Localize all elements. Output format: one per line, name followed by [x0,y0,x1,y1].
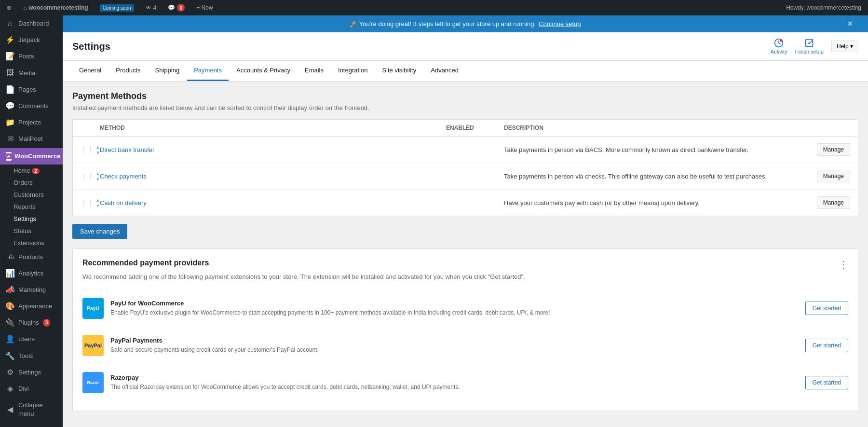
table-header: Method Enabled Description [73,120,858,137]
sidebar-label-products: Products [18,253,43,262]
more-options-icon[interactable]: ⋮ [839,259,848,270]
recommended-title: Recommended payment providers [82,259,209,267]
payment-methods-title: Payment Methods [72,91,858,101]
comment-icon: 💬 [168,4,175,11]
sidebar-sub-orders[interactable]: Orders [0,177,63,189]
products-icon: 🛍 [6,253,14,262]
drag-handle-direct-bank[interactable]: ⋮⋮ ▲ ▼ [81,144,100,155]
sidebar-item-marketing[interactable]: 📣 Marketing [0,282,63,298]
table-row: ⋮⋮ ▲ ▼ Check payments Take payments in p… [73,163,858,190]
svg-text:W: W [6,154,10,159]
method-name-check[interactable]: Check payments [100,173,446,180]
admin-bar-wp-icon[interactable]: ⊛ [4,0,14,15]
notice-link[interactable]: Continue setup [539,20,581,28]
tab-site-visibility[interactable]: Site visibility [375,61,423,81]
sidebar-item-collapse[interactable]: ◀ Collapse menu [0,397,63,422]
sidebar-item-products[interactable]: 🛍 Products [0,249,63,265]
sidebar-item-media[interactable]: 🖼 Media [0,65,63,82]
activity-button[interactable]: Activity [771,38,787,55]
admin-bar-new[interactable]: + New [193,0,216,15]
manage-button-cod[interactable]: Manage [817,196,850,209]
analytics-icon: 📊 [6,269,14,278]
paypal-info: PayPal Payments Safe and secure payments… [110,337,799,354]
tab-advanced[interactable]: Advanced [424,61,465,81]
sidebar-woo-section: W WooCommerce 2 Home 2 Orders Customers … [0,148,63,249]
admin-bar-coming-soon[interactable]: Coming soon [97,0,137,15]
manage-button-check[interactable]: Manage [817,170,850,182]
tab-emails[interactable]: Emails [298,61,330,81]
sidebar-item-divi[interactable]: ◈ Divi [0,381,63,397]
sidebar-item-analytics[interactable]: 📊 Analytics [0,265,63,282]
get-started-button-paypal[interactable]: Get started [805,339,848,352]
divi-icon: ◈ [6,385,14,393]
manage-button-direct-bank[interactable]: Manage [817,143,850,156]
sidebar-item-woocommerce[interactable]: W WooCommerce 2 [0,148,63,165]
sidebar-item-dashboard[interactable]: ⌂ Dashboard [0,15,63,32]
toggle-check[interactable] [446,173,504,180]
drag-handle-cod[interactable]: ⋮⋮ ▲ ▼ [81,197,100,208]
jetpack-icon: ⚡ [6,36,14,44]
help-label: Help ▾ [837,43,853,50]
sidebar-label-pages: Pages [18,85,36,94]
sidebar-item-plugins[interactable]: 🔌 Plugins 3 [0,315,63,331]
payu-name: PayU for WooCommerce [110,300,799,307]
tab-payments[interactable]: Payments [187,61,229,81]
tab-general[interactable]: General [72,61,108,81]
sidebar-label-appearance: Appearance [18,302,52,311]
help-button[interactable]: Help ▾ [831,41,858,52]
toggle-direct-bank[interactable] [446,146,504,153]
finish-setup-button[interactable]: Finish setup [795,38,824,55]
sidebar-item-projects[interactable]: 📁 Projects [0,114,63,131]
sidebar-item-appearance[interactable]: 🎨 Appearance [0,298,63,315]
sidebar-item-tools[interactable]: 🔧 Tools [0,348,63,364]
method-name-direct-bank[interactable]: Direct bank transfer [100,146,446,153]
howdy-text: Howdy, woocommercetesting [786,4,861,11]
sidebar-sub-status[interactable]: Status [0,225,63,237]
payu-desc: Enable PayU's exclusive plugin for WooCo… [110,308,799,317]
notice-close-button[interactable]: × [840,14,860,34]
sidebar-sub-home[interactable]: Home 2 [0,165,63,177]
method-name-cod[interactable]: Cash on delivery [100,199,446,207]
wp-icon: ⊛ [7,4,12,11]
sidebar-item-users[interactable]: 👤 Users [0,331,63,347]
drag-handle-check[interactable]: ⋮⋮ ▲ ▼ [81,171,100,182]
media-icon: 🖼 [6,69,14,78]
sidebar-label-projects: Projects [18,118,41,127]
appearance-icon: 🎨 [6,302,14,311]
marketing-icon: 📣 [6,286,14,294]
home-badge: 2 [32,168,40,174]
save-changes-button[interactable]: Save changes [72,224,127,239]
admin-bar-howdy[interactable]: Howdy, woocommercetesting [783,4,864,11]
col-description-header: Description [504,124,850,131]
tab-shipping[interactable]: Shipping [149,61,187,81]
sidebar-item-comments[interactable]: 💬 Comments [0,98,63,114]
sidebar-item-posts[interactable]: 📝 Posts [0,48,63,65]
sidebar-sub-settings[interactable]: Settings [0,213,63,225]
get-started-button-razorpay[interactable]: Get started [805,376,848,389]
woo-icon: W [6,152,12,161]
svg-point-3 [780,40,783,42]
tools-icon: 🔧 [6,352,14,360]
sidebar-item-settings-wp[interactable]: ⚙ Settings [0,364,63,381]
sidebar-item-pages[interactable]: 📄 Pages [0,82,63,98]
activity-icon [774,38,784,48]
admin-bar-site[interactable]: ⌂ woocommercetesting [20,0,91,15]
sidebar-item-jetpack[interactable]: ⚡ Jetpack [0,32,63,48]
tab-integration[interactable]: Integration [331,61,374,81]
sidebar-label-jetpack: Jetpack [18,36,40,44]
sidebar-item-mailpoet[interactable]: ✉ MailPoet [0,131,63,147]
collapse-icon: ◀ [6,405,14,414]
sidebar-sub-extensions[interactable]: Extensions [0,237,63,249]
get-started-button-payu[interactable]: Get started [805,302,848,315]
sidebar-label-divi: Divi [18,385,29,393]
paypal-name: PayPal Payments [110,337,799,344]
sidebar-sub-customers[interactable]: Customers [0,189,63,201]
toggle-cod[interactable] [446,199,504,207]
users-icon: 👤 [6,335,14,344]
admin-bar-eye[interactable]: 👁 4 [143,0,160,15]
tab-products[interactable]: Products [109,61,147,81]
sidebar-menu: ⌂ Dashboard ⚡ Jetpack 📝 Posts 🖼 Media 📄 … [0,15,63,423]
sidebar-sub-reports[interactable]: Reports [0,201,63,213]
admin-bar-comments[interactable]: 💬 0 [165,0,188,15]
tab-accounts-privacy[interactable]: Accounts & Privacy [230,61,297,81]
